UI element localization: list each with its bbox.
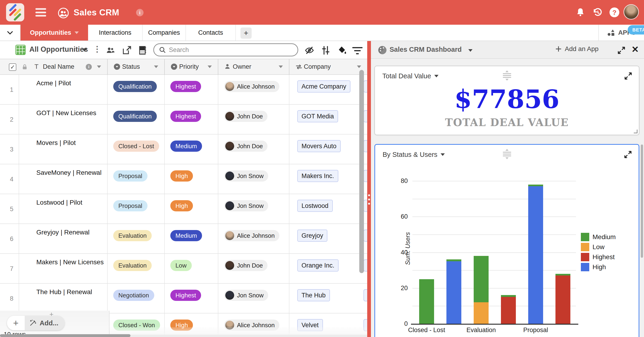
table-vertical-scrollbar[interactable] [359,70,364,273]
column-dropdown-caret-icon[interactable] [97,66,101,68]
deal-name-cell[interactable]: Makers | New Licenses [36,258,104,266]
owner-cell[interactable]: Jon Snow [224,200,268,212]
help-icon[interactable]: ? [609,7,620,18]
deal-name-cell[interactable]: Movers | Pilot [36,139,76,146]
status-cell[interactable]: Evaluation [113,260,152,271]
column-header-status[interactable]: Status [107,59,164,74]
status-cell[interactable]: Qualification [113,111,157,122]
owner-cell[interactable]: John Doe [224,140,268,152]
fill-color-bucket-icon[interactable] [337,45,347,56]
kpi-resize-handle[interactable] [634,130,638,133]
priority-cell[interactable]: Highest [170,111,201,122]
status-cell[interactable]: Negotiation [113,290,154,301]
row-number[interactable]: 8 [6,284,17,314]
column-dropdown-caret-icon[interactable] [279,66,283,68]
row-number[interactable]: 3 [6,134,17,164]
add-table-button[interactable]: + [240,28,252,39]
panel-close-icon[interactable]: ✕ [632,44,639,54]
panel-expand-icon[interactable] [617,46,626,55]
sliders-icon[interactable] [320,45,331,56]
status-cell[interactable]: Proposal [113,200,148,212]
deal-name-cell[interactable]: Acme | Pilot [36,80,71,87]
column-header-owner[interactable]: Owner [218,59,289,74]
kpi-expand-icon[interactable] [624,71,633,81]
owner-cell[interactable]: Jon Snow [224,170,268,182]
column-dropdown-caret-icon[interactable] [208,66,212,68]
history-icon[interactable] [592,7,603,18]
priority-cell[interactable]: Highest [170,81,201,92]
priority-cell[interactable]: High [170,170,193,182]
card-view-icon[interactable] [138,45,148,56]
column-dropdown-caret-icon[interactable] [154,66,158,68]
priority-cell[interactable]: Low [170,260,192,271]
view-caret-icon[interactable] [82,48,87,52]
tab-opportunities[interactable]: Opportunities [20,25,88,40]
dashboard-caret-icon[interactable] [468,49,472,52]
search-box[interactable] [153,43,298,56]
notifications-bell-icon[interactable] [575,7,586,18]
status-cell[interactable]: Proposal [113,170,148,182]
company-cell[interactable]: Greyjoy [297,230,327,242]
deal-name-cell[interactable]: SaveMoney | Renewal [36,169,102,176]
deal-name-cell[interactable]: GOT | New Licenses [36,109,96,117]
select-all-checkbox[interactable]: ✓ [9,64,16,71]
deal-name-cell[interactable]: The Hub | Renewal [36,288,92,296]
owner-cell[interactable]: Alice Johnson [224,230,279,241]
kebab-menu-icon[interactable]: ⋮ [93,44,104,54]
kpi-widget-title[interactable]: Total Deal Value [382,72,438,80]
deal-name-cell[interactable]: Lostwood | Pilot [36,199,82,206]
priority-cell[interactable]: Highest [170,290,201,301]
tab-interactions[interactable]: Interactions [88,25,142,40]
tab-caret-icon[interactable] [74,32,79,34]
status-cell[interactable]: Qualification [113,81,157,92]
collapse-tabs-chevron-icon[interactable] [0,25,20,40]
company-cell[interactable]: Acme Company [297,80,350,92]
row-number[interactable]: 2 [6,105,17,134]
tab-contacts[interactable]: Contacts [186,25,236,40]
column-header-deal-name[interactable]: TDeal Namei [19,59,107,74]
search-input[interactable] [169,46,281,54]
info-icon[interactable]: i [136,9,144,16]
company-cell[interactable]: Lostwood [297,200,333,212]
dashboard-title[interactable]: Sales CRM Dashboard [390,46,462,53]
row-number[interactable]: 1 [6,75,17,105]
row-number[interactable]: 4 [6,164,17,194]
company-cell[interactable]: Movers Auto [297,140,341,152]
hamburger-menu-icon[interactable] [36,8,46,16]
priority-cell[interactable]: Medium [170,140,202,152]
company-cell[interactable]: GOT Media [297,110,338,122]
owner-cell[interactable]: Jon Snow [224,290,268,301]
company-cell[interactable]: Makers Inc. [297,170,338,182]
filter-icon[interactable] [352,47,362,57]
grid-view-icon[interactable] [16,45,26,55]
panel-resize-divider[interactable] [367,41,371,337]
row-number[interactable]: 7 [6,254,17,284]
deal-name-cell[interactable]: Greyjoy | Renewal [36,229,90,236]
column-header-priority[interactable]: Priority [164,59,218,74]
collaborators-icon[interactable] [105,45,116,56]
horizontal-scrollbar-thumb[interactable] [0,334,130,337]
tab-companies[interactable]: Companies [142,25,186,40]
company-cell[interactable]: The Hub [297,289,330,301]
hide-columns-eye-icon[interactable] [304,45,314,56]
status-cell[interactable]: Closed - Lost [113,140,159,152]
view-name[interactable]: All Opportunities [29,45,88,54]
company-cell[interactable]: Orange Inc. [297,260,338,272]
share-icon[interactable] [122,45,132,56]
seatable-logo-icon[interactable] [6,3,24,22]
kpi-drag-handle-icon[interactable] [503,70,511,81]
panel-vertical-scrollbar[interactable] [641,144,643,258]
status-cell[interactable]: Evaluation [113,230,152,241]
priority-cell[interactable]: High [170,200,193,212]
add-row-button[interactable]: + [7,316,25,330]
column-header-company[interactable]: Company [289,59,367,74]
owner-cell[interactable]: John Doe [224,260,268,271]
add-an-app-button[interactable]: Add an App [555,45,598,53]
owner-cell[interactable]: John Doe [224,111,268,122]
add-advanced-button[interactable]: Add... [25,316,64,330]
row-number[interactable]: 5 [6,194,17,224]
user-avatar[interactable] [624,4,639,20]
owner-cell[interactable]: Alice Johnson [224,81,279,92]
priority-cell[interactable]: Medium [170,230,202,241]
column-dropdown-caret-icon[interactable] [357,66,361,68]
